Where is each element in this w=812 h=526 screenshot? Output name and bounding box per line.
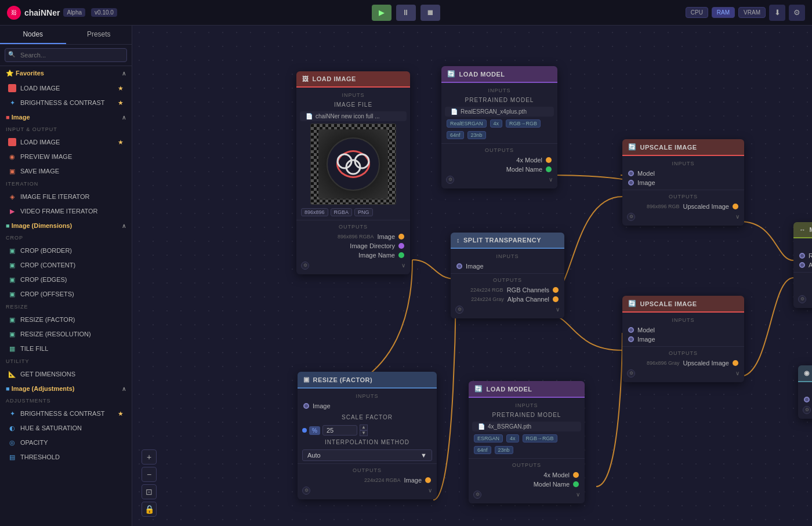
sidebar-item-save-image[interactable]: ▣ SAVE IMAGE <box>2 164 129 178</box>
lock-button[interactable]: 🔒 <box>142 502 157 517</box>
port-image-out[interactable] <box>425 477 431 483</box>
collapse-btn[interactable] <box>549 175 553 184</box>
node-settings-btn[interactable]: ⚙ <box>302 487 310 495</box>
sidebar-item-tile-fill[interactable]: ▦ TILE FILL <box>2 342 129 355</box>
item-icon: ▣ <box>8 290 16 298</box>
scale-label: Scale Factor <box>298 411 437 423</box>
port-image-in[interactable] <box>804 397 810 402</box>
divider <box>441 143 557 144</box>
method-select[interactable]: Auto ▼ <box>302 449 432 461</box>
port-image-in[interactable] <box>303 403 309 409</box>
port-rgb-in[interactable] <box>799 253 805 259</box>
port-alpha-in[interactable] <box>799 262 805 268</box>
ram-badge[interactable]: RAM <box>712 7 735 18</box>
section-adjustments[interactable]: ■ Image (Adjustments) ∧ <box>0 382 132 396</box>
port-name-out[interactable] <box>398 252 404 258</box>
cpu-badge[interactable]: CPU <box>686 7 708 18</box>
pause-button[interactable]: ⏸ <box>396 5 416 21</box>
port-alpha-out[interactable] <box>553 296 559 302</box>
collapse-btn[interactable] <box>735 369 740 378</box>
node-settings-btn[interactable]: ⚙ <box>473 491 481 499</box>
sidebar-item-crop-offsets[interactable]: ▣ CROP (OFFSETS) <box>2 287 129 301</box>
fit-button[interactable]: ⊡ <box>142 484 157 499</box>
search-input[interactable] <box>5 48 127 62</box>
sidebar-item-load-image-fav[interactable]: LOAD IMAGE ★ <box>2 81 129 95</box>
port-upscaled-out[interactable] <box>733 204 738 209</box>
collapse-btn[interactable] <box>556 305 560 314</box>
node-settings-btn[interactable]: ⚙ <box>803 406 811 414</box>
sidebar-item-brightness-fav[interactable]: ✦ BRIGHTNESS & CONTRAST ★ <box>2 96 129 110</box>
port-model-out[interactable] <box>573 472 579 478</box>
sidebar-item-video-iterator[interactable]: ▶ VIDEO FRAME ITERATOR <box>2 204 129 218</box>
subsection-crop: CROP <box>0 233 132 243</box>
port-image-in[interactable] <box>628 180 634 186</box>
sidebar-item-brightness[interactable]: ✦ BRIGHTNESS & CONTRAST ★ <box>2 407 129 420</box>
collapse-btn[interactable] <box>576 490 580 499</box>
port-model-in[interactable] <box>628 327 634 333</box>
port-rgb-out[interactable] <box>553 287 559 293</box>
play-button[interactable]: ▶ <box>372 5 392 21</box>
zoom-out-button[interactable]: − <box>142 467 157 482</box>
canvas[interactable]: 🖼 LOAD IMAGE INPUTS Image File 📄 chaiNNe… <box>132 26 812 526</box>
sidebar-item-get-dimensions[interactable]: 📐 GET DIMENSIONS <box>2 367 129 381</box>
node-settings-btn[interactable]: ⚙ <box>627 213 635 221</box>
sidebar-item-preview-image[interactable]: ◉ PREVIEW IMAGE <box>2 150 129 164</box>
port-image-out[interactable] <box>398 234 404 240</box>
port-upscaled-out[interactable] <box>733 360 738 366</box>
alpha-label: Alpha Channel <box>507 296 549 303</box>
settings-button[interactable]: ⚙ <box>789 5 805 21</box>
sidebar-item-file-iterator[interactable]: ◈ IMAGE FILE ITERATOR <box>2 190 129 204</box>
image-preview <box>310 124 396 205</box>
port-name-out[interactable] <box>573 481 579 487</box>
node-header-load-model-1: 🔄 LOAD MODEL <box>441 66 557 83</box>
vram-badge[interactable]: VRAM <box>738 7 766 18</box>
node-settings-btn[interactable]: ⚙ <box>455 306 463 314</box>
model-label: Model <box>637 327 655 333</box>
sidebar-item-hue[interactable]: ◐ HUE & SATURATION <box>2 421 129 435</box>
tag-nb: 23nb <box>495 446 513 454</box>
sidebar-item-resize-resolution[interactable]: ▣ RESIZE (RESOLUTION) <box>2 327 129 341</box>
port-model-out[interactable] <box>546 157 552 163</box>
node-settings-btn[interactable]: ⚙ <box>446 176 454 184</box>
image-label: Image <box>466 263 484 270</box>
spin-up[interactable]: ▲ <box>360 425 368 430</box>
model-input-row: Model <box>622 325 744 335</box>
spin-down[interactable]: ▼ <box>360 430 368 436</box>
image-input-row: Image <box>451 262 564 271</box>
section-favorites[interactable]: ⭐ Favorites ∧ <box>0 66 132 81</box>
node-title: SPLIT TRANSPARENCY <box>463 237 541 244</box>
sidebar-item-opacity[interactable]: ◎ OPACITY <box>2 436 129 449</box>
port-model-in[interactable] <box>628 171 634 176</box>
node-title: LOAD IMAGE <box>313 75 356 82</box>
port-name-out[interactable] <box>546 166 552 172</box>
collapse-btn[interactable] <box>401 261 405 270</box>
zoom-in-button[interactable]: + <box>142 449 157 465</box>
node-body-preview: INPUTS Image ⚙ <box>798 382 812 419</box>
image-input-row: Image <box>298 401 437 411</box>
inputs-label: INPUTS <box>622 316 744 325</box>
node-settings-btn[interactable]: ⚙ <box>627 369 635 378</box>
download-button[interactable]: ⬇ <box>769 5 785 21</box>
outputs-label: OUTPUTS <box>793 275 812 284</box>
port-dir-out[interactable] <box>398 243 404 249</box>
sidebar-item-resize-factor[interactable]: ▣ RESIZE (FACTOR) <box>2 313 129 327</box>
port-image-in[interactable] <box>456 263 462 269</box>
tab-nodes[interactable]: Nodes <box>0 26 66 44</box>
sidebar-item-crop-border[interactable]: ▣ CROP (BORDER) <box>2 244 129 257</box>
scale-value-input[interactable] <box>322 425 357 436</box>
collapse-btn[interactable] <box>428 486 432 495</box>
sidebar-item-load-image[interactable]: LOAD IMAGE ★ <box>2 135 129 149</box>
sidebar-item-threshold[interactable]: ▤ THRESHOLD <box>2 450 129 464</box>
stop-button[interactable]: ⏹ <box>420 5 440 21</box>
node-settings-btn[interactable]: ⚙ <box>301 262 309 270</box>
outputs-label: OUTPUTS <box>298 466 437 476</box>
collapse-btn[interactable] <box>735 212 740 221</box>
section-image[interactable]: ■ Image ∧ <box>0 110 132 124</box>
item-icon: 📐 <box>8 370 16 378</box>
port-image-in[interactable] <box>628 336 634 342</box>
node-settings-btn[interactable]: ⚙ <box>798 295 806 303</box>
sidebar-item-crop-content[interactable]: ▣ CROP (CONTENT) <box>2 258 129 272</box>
tab-presets[interactable]: Presets <box>66 26 132 44</box>
section-dimensions[interactable]: ■ Image (Dimensions) ∧ <box>0 219 132 233</box>
sidebar-item-crop-edges[interactable]: ▣ CROP (EDGES) <box>2 273 129 286</box>
